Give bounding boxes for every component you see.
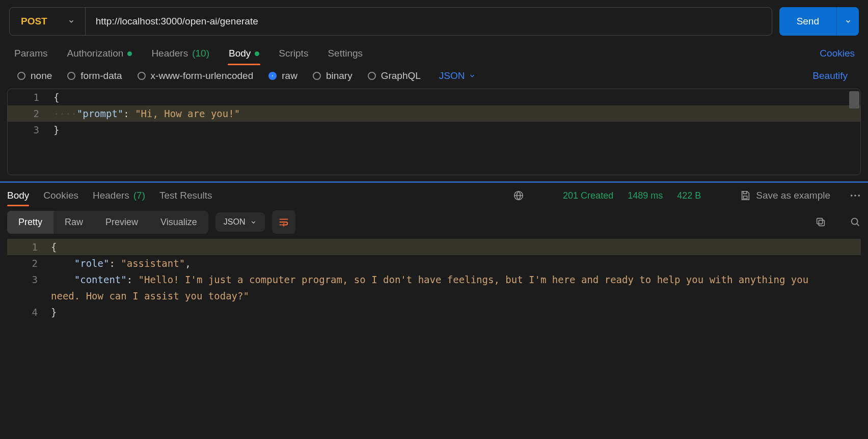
body-type-raw[interactable]: raw: [268, 70, 297, 81]
body-type-form-data[interactable]: form-data: [67, 70, 122, 81]
svg-line-8: [857, 224, 859, 226]
line-number: 3: [7, 271, 51, 304]
send-dropdown[interactable]: [836, 7, 859, 36]
resp-tab-body[interactable]: Body: [7, 187, 29, 204]
line-number: 3: [8, 122, 53, 138]
line-number: 1: [7, 239, 51, 255]
svg-rect-6: [817, 218, 823, 224]
tab-scripts[interactable]: Scripts: [278, 43, 309, 64]
line-number: 2: [7, 255, 51, 271]
svg-point-4: [858, 195, 860, 197]
minimap-scroll[interactable]: [849, 91, 859, 108]
body-type-none[interactable]: none: [17, 70, 52, 81]
tab-headers[interactable]: Headers (10): [150, 43, 210, 64]
response-time: 1489 ms: [628, 190, 663, 201]
body-type-graphql[interactable]: GraphQL: [368, 70, 421, 81]
svg-point-3: [854, 195, 856, 197]
chevron-down-icon: [68, 18, 75, 25]
more-icon[interactable]: [845, 194, 861, 198]
resp-tab-cookies[interactable]: Cookies: [43, 187, 78, 204]
view-preview[interactable]: Preview: [94, 211, 149, 234]
response-language-select[interactable]: JSON: [215, 212, 265, 232]
cookies-link[interactable]: Cookies: [820, 48, 855, 59]
save-icon: [740, 190, 751, 201]
view-visualize[interactable]: Visualize: [149, 211, 208, 234]
beautify-button[interactable]: Beautify: [812, 70, 851, 81]
resp-tab-headers[interactable]: Headers (7): [93, 187, 145, 204]
svg-rect-5: [819, 220, 824, 226]
send-button[interactable]: Send: [779, 7, 836, 36]
line-number: 2: [8, 105, 53, 122]
status-dot-icon: [255, 51, 259, 56]
search-icon[interactable]: [850, 216, 861, 228]
copy-icon[interactable]: [815, 216, 826, 228]
word-wrap-toggle[interactable]: [272, 210, 295, 234]
line-number: 1: [8, 89, 53, 105]
svg-point-7: [852, 218, 858, 225]
response-size: 422 B: [677, 190, 701, 201]
tab-settings[interactable]: Settings: [327, 43, 364, 64]
tab-body[interactable]: Body: [228, 43, 260, 64]
view-raw[interactable]: Raw: [53, 211, 94, 234]
url-input[interactable]: [86, 8, 772, 35]
status-dot-icon: [127, 51, 132, 56]
svg-point-2: [851, 195, 853, 197]
resp-tab-test-results[interactable]: Test Results: [159, 187, 212, 204]
svg-rect-1: [744, 196, 747, 199]
url-bar: POST: [9, 7, 772, 36]
http-method-label: POST: [21, 16, 47, 27]
tab-params[interactable]: Params: [13, 43, 48, 64]
http-method-select[interactable]: POST: [10, 8, 86, 35]
body-type-binary[interactable]: binary: [313, 70, 352, 81]
body-language-select[interactable]: JSON: [436, 70, 476, 81]
chevron-down-icon: [469, 72, 476, 79]
body-type-urlencoded[interactable]: x-www-form-urlencoded: [138, 70, 254, 81]
line-number: 4: [7, 304, 51, 320]
chevron-down-icon: [845, 18, 852, 25]
chevron-down-icon: [250, 219, 257, 226]
response-status: 201 Created: [563, 190, 613, 201]
view-pretty[interactable]: Pretty: [7, 211, 53, 234]
send-button-group: Send: [779, 7, 859, 36]
response-body-editor[interactable]: 1{ 2 "role": "assistant", 3 "content": "…: [7, 239, 861, 320]
response-view-mode: Pretty Raw Preview Visualize: [7, 211, 208, 234]
request-body-editor[interactable]: 1{ 2····"prompt": "Hi, How are you!" 3}: [7, 89, 861, 175]
save-as-example-button[interactable]: Save as example: [740, 190, 830, 201]
globe-icon[interactable]: [513, 190, 524, 201]
tab-authorization[interactable]: Authorization: [66, 43, 133, 64]
